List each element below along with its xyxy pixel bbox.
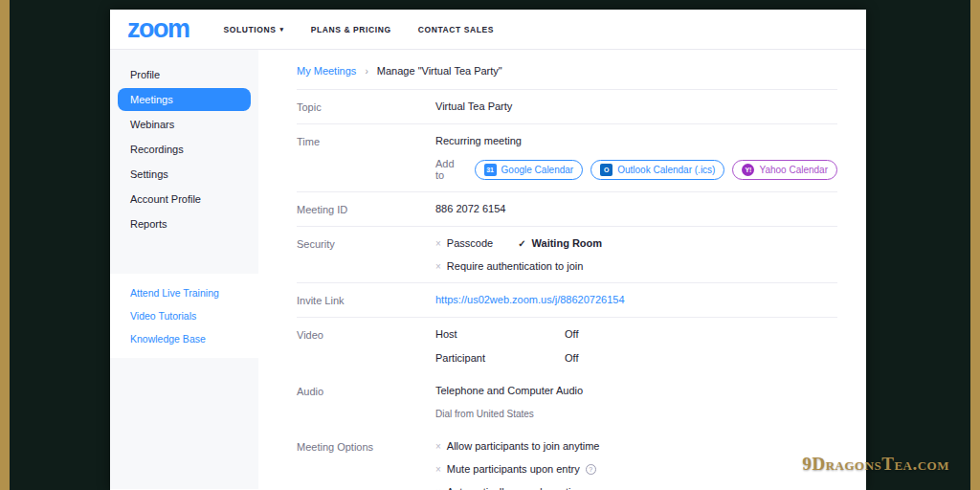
breadcrumb: My Meetings › Manage "Virtual Tea Party" xyxy=(297,65,837,77)
audio-value: Telephone and Computer Audio xyxy=(435,385,837,396)
time-value: Recurring meeting xyxy=(435,135,837,146)
invite-link-row: Invite Link https://us02web.zoom.us/j/88… xyxy=(297,283,837,318)
outlook-calendar-icon: O xyxy=(600,164,612,176)
nav-solutions[interactable]: SOLUTIONS ▾ xyxy=(224,25,284,34)
outlook-calendar-button-label: Outlook Calendar (.ics) xyxy=(617,165,715,175)
yahoo-calendar-icon: Y! xyxy=(742,164,754,176)
time-row: Time Recurring meeting Add to 31 Google … xyxy=(297,124,837,192)
video-participant-key: Participant xyxy=(435,352,565,364)
nav-plans-pricing[interactable]: PLANS & PRICING xyxy=(311,25,391,34)
audio-label: Audio xyxy=(297,385,435,419)
x-disabled-icon: × xyxy=(435,238,441,249)
nav-contact-sales[interactable]: CONTACT SALES xyxy=(418,25,494,34)
sidebar-item-recordings[interactable]: Recordings xyxy=(118,138,251,161)
breadcrumb-current-page: Manage "Virtual Tea Party" xyxy=(377,65,502,77)
decorative-gold-bar-right xyxy=(970,0,980,490)
sidebar-item-reports[interactable]: Reports xyxy=(118,212,251,235)
main-content: My Meetings › Manage "Virtual Tea Party"… xyxy=(258,50,866,489)
yahoo-calendar-button-label: Yahoo Calendar xyxy=(759,165,828,175)
google-calendar-button-label: Google Calendar xyxy=(501,165,574,175)
option-mute-on-entry: × Mute participants upon entry ? xyxy=(435,463,837,475)
security-require-auth: ×Require authentication to join xyxy=(435,260,583,272)
topic-value: Virtual Tea Party xyxy=(435,100,837,113)
top-header: zoom SOLUTIONS ▾ PLANS & PRICING CONTACT… xyxy=(110,10,866,50)
video-participant-row: Participant Off xyxy=(435,352,837,364)
zoom-portal-window: zoom SOLUTIONS ▾ PLANS & PRICING CONTACT… xyxy=(110,10,866,490)
option-join-anytime-label: Allow participants to join anytime xyxy=(447,440,600,452)
security-passcode: ×Passcode xyxy=(435,237,493,249)
time-label: Time xyxy=(297,135,435,181)
add-to-label: Add to xyxy=(435,158,465,181)
meeting-id-row: Meeting ID 886 2072 6154 xyxy=(297,192,837,227)
meeting-id-label: Meeting ID xyxy=(297,203,435,215)
breadcrumb-separator-icon: › xyxy=(365,66,368,77)
sidebar-link-video-tutorials[interactable]: Video Tutorials xyxy=(110,304,258,327)
security-waiting-room: ✓Waiting Room xyxy=(518,237,602,249)
option-auto-record: × Automatically record meeting xyxy=(435,486,837,490)
video-host-key: Host xyxy=(435,328,565,340)
security-row: Security ×Passcode ✓Waiting Room xyxy=(297,227,837,283)
x-disabled-icon: × xyxy=(435,464,441,475)
decorative-gold-bar-left xyxy=(0,0,10,490)
x-disabled-icon: × xyxy=(435,261,441,272)
sidebar-item-profile[interactable]: Profile xyxy=(118,63,251,86)
sidebar-help-links: Attend Live Training Video Tutorials Kno… xyxy=(110,274,258,358)
chevron-down-icon: ▾ xyxy=(280,26,284,33)
x-disabled-icon: × xyxy=(435,487,441,490)
topic-label: Topic xyxy=(297,100,435,113)
video-label: Video xyxy=(297,328,435,364)
option-auto-record-label: Automatically record meeting xyxy=(447,486,583,490)
audio-dial-from: Dial from United States xyxy=(435,409,837,419)
sidebar-link-knowledge-base[interactable]: Knowledge Base xyxy=(110,327,258,350)
sidebar-link-attend-live-training[interactable]: Attend Live Training xyxy=(110,281,258,304)
topic-row: Topic Virtual Tea Party xyxy=(297,90,837,124)
video-row: Video Host Off Participant Off xyxy=(297,318,837,374)
security-waiting-room-label: Waiting Room xyxy=(532,237,603,249)
yahoo-calendar-button[interactable]: Y! Yahoo Calendar xyxy=(732,160,837,180)
video-host-row: Host Off xyxy=(435,328,837,340)
sidebar-item-meetings[interactable]: Meetings xyxy=(118,88,251,111)
security-passcode-label: Passcode xyxy=(447,237,493,249)
meeting-options-label: Meeting Options xyxy=(297,440,435,490)
x-disabled-icon: × xyxy=(435,441,441,452)
meeting-options-row: Meeting Options × Allow participants to … xyxy=(297,430,837,490)
option-mute-on-entry-label: Mute participants upon entry xyxy=(447,463,580,475)
check-enabled-icon: ✓ xyxy=(518,238,525,249)
outlook-calendar-button[interactable]: O Outlook Calendar (.ics) xyxy=(590,160,724,180)
meeting-id-value: 886 2072 6154 xyxy=(435,203,837,215)
video-participant-value: Off xyxy=(565,352,578,364)
option-join-anytime: × Allow participants to join anytime xyxy=(435,440,837,452)
google-calendar-button[interactable]: 31 Google Calendar xyxy=(475,160,584,180)
watermark: 9DragonsTea.com xyxy=(802,454,949,475)
invite-link-label: Invite Link xyxy=(297,294,435,306)
video-host-value: Off xyxy=(565,328,578,340)
breadcrumb-my-meetings-link[interactable]: My Meetings xyxy=(297,65,356,77)
audio-row: Audio Telephone and Computer Audio Dial … xyxy=(297,374,837,430)
security-label: Security xyxy=(297,237,435,272)
sidebar: Profile Meetings Webinars Recordings Set… xyxy=(110,50,258,489)
google-calendar-icon: 31 xyxy=(484,164,497,176)
top-navigation: SOLUTIONS ▾ PLANS & PRICING CONTACT SALE… xyxy=(224,25,495,34)
info-icon[interactable]: ? xyxy=(586,464,596,475)
sidebar-item-settings[interactable]: Settings xyxy=(118,163,251,186)
zoom-logo[interactable]: zoom xyxy=(127,16,189,42)
sidebar-item-webinars[interactable]: Webinars xyxy=(118,113,251,136)
nav-solutions-label: SOLUTIONS xyxy=(224,25,277,34)
security-require-auth-label: Require authentication to join xyxy=(447,260,583,272)
invite-link-url[interactable]: https://us02web.zoom.us/j/88620726154 xyxy=(435,294,625,305)
sidebar-item-account-profile[interactable]: Account Profile xyxy=(118,188,251,211)
